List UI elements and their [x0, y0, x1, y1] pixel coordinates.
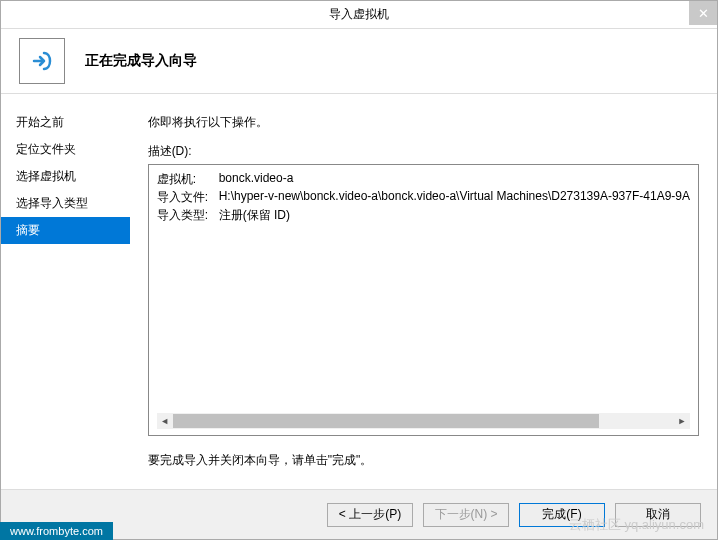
scroll-left-icon[interactable]: ◄	[157, 413, 173, 429]
finish-button[interactable]: 完成(F)	[519, 503, 605, 527]
description-box: 虚拟机: bonck.video-a 导入文件: H:\hyper-v-new\…	[148, 164, 699, 436]
detail-row-vm: 虚拟机: bonck.video-a	[157, 171, 690, 188]
vm-label: 虚拟机:	[157, 171, 211, 188]
prev-button[interactable]: < 上一步(P)	[327, 503, 413, 527]
import-icon	[19, 38, 65, 84]
main-panel: 你即将执行以下操作。 描述(D): 虚拟机: bonck.video-a 导入文…	[130, 94, 717, 489]
close-icon: ✕	[698, 6, 709, 21]
watermark: www.frombyte.com	[0, 522, 113, 540]
sidebar-item-locate[interactable]: 定位文件夹	[1, 136, 130, 163]
type-label: 导入类型:	[157, 207, 211, 224]
file-label: 导入文件:	[157, 189, 211, 206]
detail-row-file: 导入文件: H:\hyper-v-new\bonck.video-a\bonck…	[157, 189, 690, 206]
horizontal-scrollbar[interactable]: ◄ ►	[157, 413, 690, 429]
sidebar-item-before[interactable]: 开始之前	[1, 109, 130, 136]
sidebar-item-import-type[interactable]: 选择导入类型	[1, 190, 130, 217]
wizard-body: 开始之前 定位文件夹 选择虚拟机 选择导入类型 摘要 你即将执行以下操作。 描述…	[1, 94, 717, 489]
page-title: 正在完成导入向导	[85, 52, 197, 70]
scroll-thumb[interactable]	[173, 414, 599, 428]
footnote: 要完成导入并关闭本向导，请单击"完成"。	[148, 452, 699, 469]
cancel-button[interactable]: 取消	[615, 503, 701, 527]
type-value: 注册(保留 ID)	[219, 207, 290, 224]
scroll-track[interactable]	[173, 413, 674, 429]
close-button[interactable]: ✕	[689, 1, 717, 25]
dialog-window: 导入虚拟机 ✕ 正在完成导入向导 开始之前 定位文件夹 选择虚拟机 选择导入类型…	[0, 0, 718, 540]
intro-text: 你即将执行以下操作。	[148, 114, 699, 131]
description-label: 描述(D):	[148, 143, 699, 160]
sidebar-item-select-vm[interactable]: 选择虚拟机	[1, 163, 130, 190]
description-content: 虚拟机: bonck.video-a 导入文件: H:\hyper-v-new\…	[157, 171, 690, 409]
vm-value: bonck.video-a	[219, 171, 294, 188]
wizard-header: 正在完成导入向导	[1, 29, 717, 94]
scroll-right-icon[interactable]: ►	[674, 413, 690, 429]
sidebar: 开始之前 定位文件夹 选择虚拟机 选择导入类型 摘要	[1, 94, 130, 489]
file-value: H:\hyper-v-new\bonck.video-a\bonck.video…	[219, 189, 690, 206]
next-button: 下一步(N) >	[423, 503, 509, 527]
sidebar-item-summary[interactable]: 摘要	[1, 217, 130, 244]
titlebar-title: 导入虚拟机	[329, 6, 389, 23]
detail-row-type: 导入类型: 注册(保留 ID)	[157, 207, 690, 224]
titlebar: 导入虚拟机 ✕	[1, 1, 717, 29]
